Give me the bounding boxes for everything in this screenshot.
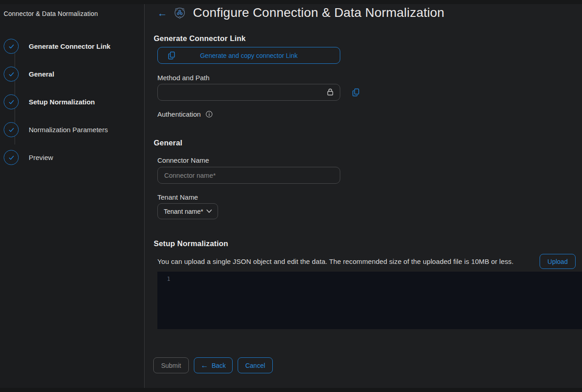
generate-section-heading: Generate Connector Link: [154, 34, 582, 43]
step-label: Generate Connector Link: [29, 42, 110, 50]
window-bottom-edge: [0, 388, 582, 392]
lock-icon: [326, 88, 335, 98]
tenant-name-label: Tenant Name: [157, 193, 582, 201]
step-generate-connector-link[interactable]: Generate Connector Link: [4, 39, 140, 54]
connector-name-input[interactable]: [157, 167, 340, 184]
connector-app-icon: [173, 6, 186, 19]
window-top-edge: [0, 0, 582, 4]
generate-copy-link-label: Generate and copy connector Link: [200, 52, 297, 59]
method-path-row: [157, 84, 582, 101]
check-circle-icon: [4, 39, 19, 54]
upload-description: You can upload a single JSON object and …: [157, 258, 514, 265]
submit-button[interactable]: Submit: [153, 357, 189, 373]
general-section-heading: General: [154, 139, 582, 147]
chevron-down-icon: [206, 209, 212, 213]
connector-name-label: Connector Name: [157, 156, 582, 164]
json-editor[interactable]: 1: [157, 272, 582, 329]
wizard-stepper: Generate Connector Link General Setup No…: [4, 39, 140, 165]
upload-row: You can upload a single JSON object and …: [157, 254, 582, 269]
copy-icon: [168, 52, 176, 61]
authentication-row: Authentication: [157, 110, 582, 118]
sidebar-title: Connector & Data Normalization: [4, 10, 140, 17]
tenant-name-selected-value: Tenant name*: [164, 208, 203, 215]
generate-copy-link-button[interactable]: Generate and copy connector Link: [157, 47, 340, 64]
step-label: General: [29, 70, 54, 78]
check-circle-icon: [4, 94, 19, 109]
step-label: Normalization Parameters: [29, 126, 108, 134]
back-button-label: Back: [212, 362, 226, 369]
method-path-label: Method and Path: [157, 74, 582, 82]
method-path-input[interactable]: [157, 84, 340, 101]
info-icon[interactable]: [206, 111, 213, 118]
check-circle-icon: [4, 150, 19, 165]
back-button[interactable]: ← Back: [194, 357, 233, 373]
step-general[interactable]: General: [4, 67, 140, 82]
editor-line-number: 1: [167, 276, 170, 282]
step-normalization-parameters[interactable]: Normalization Parameters: [4, 122, 140, 137]
setup-section-heading: Setup Normalization: [154, 239, 582, 248]
step-label: Preview: [29, 154, 53, 161]
step-label: Setup Normalization: [29, 98, 95, 106]
cancel-button[interactable]: Cancel: [238, 357, 273, 373]
page-title: Configure Connection & Data Normalizatio…: [193, 5, 444, 20]
authentication-label: Authentication: [157, 110, 201, 118]
copy-method-path-icon[interactable]: [352, 88, 360, 97]
method-path-input-wrap: [157, 84, 340, 101]
step-setup-normalization[interactable]: Setup Normalization: [4, 94, 140, 109]
back-arrow-icon: ←: [201, 361, 208, 370]
configure-connector-page: Connector & Data Normalization Generate …: [0, 0, 582, 392]
wizard-sidebar: Connector & Data Normalization Generate …: [0, 0, 145, 392]
footer-actions: Submit ← Back Cancel: [153, 357, 582, 373]
step-preview[interactable]: Preview: [4, 150, 140, 165]
upload-button[interactable]: Upload: [540, 254, 576, 269]
check-circle-icon: [4, 67, 19, 82]
back-arrow-icon[interactable]: ←: [157, 7, 167, 18]
main-content: ← Configure Connection & Data Normalizat…: [145, 0, 582, 392]
check-circle-icon: [4, 122, 19, 137]
tenant-name-select[interactable]: Tenant name*: [157, 203, 218, 219]
